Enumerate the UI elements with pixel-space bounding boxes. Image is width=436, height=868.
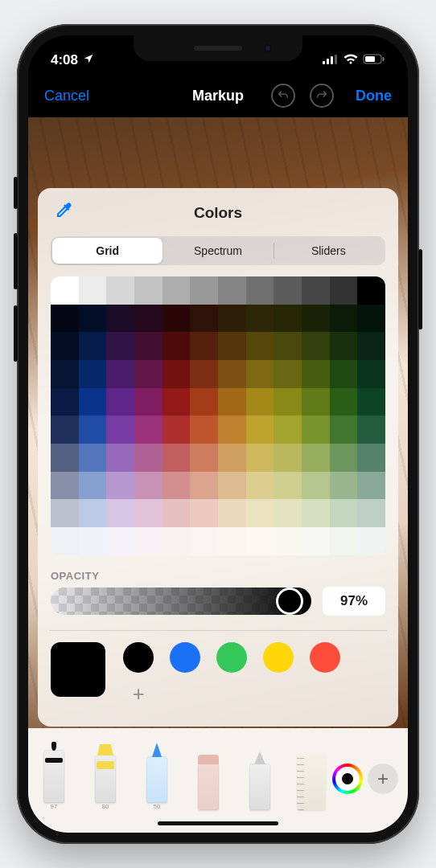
color-cell[interactable] [162, 472, 191, 500]
color-cell[interactable] [330, 416, 358, 444]
color-cell[interactable] [274, 305, 302, 333]
color-cell[interactable] [246, 444, 274, 472]
color-cell[interactable] [246, 332, 274, 360]
swatch[interactable] [263, 642, 294, 673]
redo-button[interactable] [310, 84, 334, 108]
eyedropper-button[interactable] [54, 201, 73, 223]
color-cell[interactable] [357, 527, 385, 555]
color-cell[interactable] [106, 472, 134, 500]
color-cell[interactable] [302, 416, 330, 444]
color-cell[interactable] [190, 388, 218, 416]
color-cell[interactable] [162, 276, 191, 305]
swatch[interactable] [123, 642, 154, 673]
color-cell[interactable] [79, 444, 107, 472]
color-cell[interactable] [162, 388, 191, 416]
color-cell[interactable] [357, 276, 385, 305]
color-cell[interactable] [162, 527, 191, 555]
color-cell[interactable] [246, 388, 274, 416]
tool-eraser[interactable] [192, 741, 224, 810]
color-cell[interactable] [302, 360, 330, 388]
color-cell[interactable] [134, 499, 162, 527]
color-cell[interactable] [106, 527, 134, 555]
undo-button[interactable] [271, 84, 295, 108]
tool-ruler[interactable] [295, 741, 327, 810]
color-cell[interactable] [246, 416, 274, 444]
color-cell[interactable] [51, 527, 79, 555]
color-cell[interactable] [330, 527, 358, 555]
color-cell[interactable] [79, 276, 107, 305]
opacity-slider-knob[interactable] [276, 588, 303, 615]
color-cell[interactable] [218, 444, 246, 472]
done-button[interactable]: Done [356, 88, 392, 104]
color-cell[interactable] [162, 360, 191, 388]
color-cell[interactable] [357, 305, 385, 333]
color-cell[interactable] [134, 444, 162, 472]
color-cell[interactable] [162, 444, 191, 472]
toolbar-add-button[interactable]: + [368, 764, 398, 794]
color-cell[interactable] [218, 388, 246, 416]
color-cell[interactable] [302, 527, 330, 555]
color-cell[interactable] [274, 527, 302, 555]
color-cell[interactable] [246, 499, 274, 527]
swatch[interactable] [170, 642, 200, 673]
color-cell[interactable] [330, 388, 358, 416]
color-cell[interactable] [106, 444, 134, 472]
color-cell[interactable] [218, 276, 246, 305]
color-cell[interactable] [106, 416, 134, 444]
swatch[interactable] [310, 642, 340, 673]
color-cell[interactable] [51, 332, 79, 360]
color-cell[interactable] [330, 332, 358, 360]
tool-lasso[interactable] [244, 741, 276, 810]
color-cell[interactable] [274, 444, 302, 472]
color-cell[interactable] [274, 499, 302, 527]
color-cell[interactable] [274, 332, 302, 360]
color-cell[interactable] [134, 472, 162, 500]
toolbar-color-button[interactable] [332, 764, 363, 794]
color-cell[interactable] [218, 499, 246, 527]
color-cell[interactable] [51, 499, 79, 527]
tool-pen[interactable]: 97 [38, 741, 70, 810]
color-grid[interactable] [51, 276, 385, 555]
color-cell[interactable] [162, 305, 191, 333]
color-cell[interactable] [51, 276, 79, 305]
color-cell[interactable] [357, 499, 385, 527]
color-cell[interactable] [79, 388, 107, 416]
color-cell[interactable] [134, 416, 162, 444]
color-cell[interactable] [79, 416, 107, 444]
color-cell[interactable] [51, 360, 79, 388]
color-cell[interactable] [79, 527, 107, 555]
color-cell[interactable] [79, 305, 107, 333]
color-cell[interactable] [302, 332, 330, 360]
color-cell[interactable] [106, 276, 134, 305]
color-cell[interactable] [79, 332, 107, 360]
color-cell[interactable] [330, 276, 358, 305]
color-cell[interactable] [330, 305, 358, 333]
color-cell[interactable] [51, 388, 79, 416]
color-cell[interactable] [274, 360, 302, 388]
color-cell[interactable] [330, 360, 358, 388]
color-cell[interactable] [162, 332, 191, 360]
color-cell[interactable] [246, 305, 274, 333]
tool-pencil[interactable]: 50 [141, 741, 173, 810]
opacity-value-field[interactable]: 97% [323, 587, 385, 616]
color-cell[interactable] [190, 416, 218, 444]
color-cell[interactable] [246, 472, 274, 500]
color-cell[interactable] [79, 499, 107, 527]
color-cell[interactable] [134, 276, 162, 305]
color-cell[interactable] [218, 305, 246, 333]
color-cell[interactable] [51, 444, 79, 472]
swatch[interactable] [216, 642, 247, 673]
color-cell[interactable] [218, 472, 246, 500]
color-cell[interactable] [218, 416, 246, 444]
color-cell[interactable] [357, 332, 385, 360]
color-cell[interactable] [357, 444, 385, 472]
color-cell[interactable] [79, 360, 107, 388]
color-cell[interactable] [134, 360, 162, 388]
color-cell[interactable] [357, 472, 385, 500]
home-indicator[interactable] [158, 821, 278, 825]
tab-spectrum[interactable]: Spectrum [162, 238, 273, 264]
color-cell[interactable] [274, 416, 302, 444]
add-swatch-button[interactable]: + [123, 679, 154, 710]
color-cell[interactable] [106, 499, 134, 527]
color-cell[interactable] [190, 444, 218, 472]
